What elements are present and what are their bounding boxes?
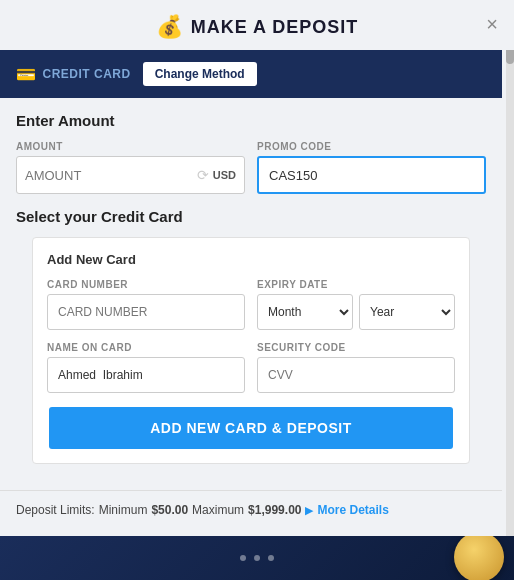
scrollbar-track[interactable] — [506, 0, 514, 580]
amount-label: AMOUNT — [16, 141, 245, 152]
more-details-link[interactable]: More Details — [317, 503, 388, 517]
change-method-button[interactable]: Change Method — [143, 62, 257, 86]
amount-row: AMOUNT ⟳ USD PROMO CODE — [16, 141, 486, 194]
month-select[interactable]: Month 010203 040506 070809 101112 — [257, 294, 353, 330]
name-on-card-input[interactable] — [47, 357, 245, 393]
expiry-selects: Month 010203 040506 070809 101112 Year 2… — [257, 294, 455, 330]
deposit-limits-max-label: Maximum — [192, 503, 244, 517]
card-number-row: CARD NUMBER EXPIRY DATE Month 010203 040… — [47, 279, 455, 330]
name-on-card-field: NAME ON CARD — [47, 342, 245, 393]
deposit-icon: 💰 — [156, 14, 183, 40]
banner-dot-3 — [268, 555, 274, 561]
cvv-field: SECURITY CODE — [257, 342, 455, 393]
banner-gold-coin — [454, 536, 504, 580]
promo-input[interactable] — [257, 156, 486, 194]
promo-label: PROMO CODE — [257, 141, 486, 152]
payment-method-label: 💳 CREDIT CARD — [16, 65, 131, 84]
modal-title: MAKE A DEPOSIT — [191, 17, 359, 38]
modal-header: 💰 MAKE A DEPOSIT × — [0, 0, 514, 50]
banner-decoration — [240, 555, 274, 561]
expiry-field: EXPIRY DATE Month 010203 040506 070809 1… — [257, 279, 455, 330]
banner-dot-2 — [254, 555, 260, 561]
credit-card-section-title: Select your Credit Card — [16, 208, 486, 225]
payment-bar: 💳 CREDIT CARD Change Method — [0, 50, 502, 98]
card-number-input[interactable] — [47, 294, 245, 330]
expiry-label: EXPIRY DATE — [257, 279, 455, 290]
year-select[interactable]: Year 202420252026 202720282029 2030 — [359, 294, 455, 330]
modal-container: 💰 MAKE A DEPOSIT × 💳 CREDIT CARD Change … — [0, 0, 514, 580]
deposit-limits-bar: Deposit Limits: Minimum $50.00 Maximum $… — [0, 490, 502, 529]
promo-field-group: PROMO CODE — [257, 141, 486, 194]
amount-field-group: AMOUNT ⟳ USD — [16, 141, 245, 194]
name-cvv-row: NAME ON CARD SECURITY CODE — [47, 342, 455, 393]
arrow-icon: ▶ — [305, 504, 313, 517]
amount-input-wrapper: ⟳ USD — [16, 156, 245, 194]
deposit-limits-max-value: $1,999.00 — [248, 503, 301, 517]
close-button[interactable]: × — [486, 14, 498, 34]
add-card-panel: Add New Card CARD NUMBER EXPIRY DATE — [32, 237, 470, 464]
banner-dot-1 — [240, 555, 246, 561]
security-code-label: SECURITY CODE — [257, 342, 455, 353]
cvv-input[interactable] — [257, 357, 455, 393]
deposit-limits-min-label: Minimum — [99, 503, 148, 517]
add-card-deposit-button[interactable]: ADD NEW CARD & DEPOSIT — [49, 407, 453, 449]
amount-input[interactable] — [25, 168, 197, 183]
enter-amount-title: Enter Amount — [16, 112, 486, 129]
currency-icon: ⟳ — [197, 167, 209, 183]
bottom-banner — [0, 536, 514, 580]
deposit-limits-label: Deposit Limits: — [16, 503, 95, 517]
deposit-limits-min-value: $50.00 — [151, 503, 188, 517]
credit-card-icon: 💳 — [16, 65, 37, 84]
modal-content: 💳 CREDIT CARD Change Method Enter Amount… — [0, 50, 514, 536]
enter-amount-section: Enter Amount AMOUNT ⟳ USD PROMO CODE — [0, 98, 502, 208]
card-fields-grid: CARD NUMBER EXPIRY DATE Month 010203 040… — [47, 279, 455, 393]
card-number-label: CARD NUMBER — [47, 279, 245, 290]
name-on-card-label: NAME ON CARD — [47, 342, 245, 353]
currency-label: USD — [213, 169, 236, 181]
card-number-field: CARD NUMBER — [47, 279, 245, 330]
add-card-title: Add New Card — [47, 252, 455, 267]
credit-card-section: Select your Credit Card Add New Card CAR… — [0, 208, 502, 478]
